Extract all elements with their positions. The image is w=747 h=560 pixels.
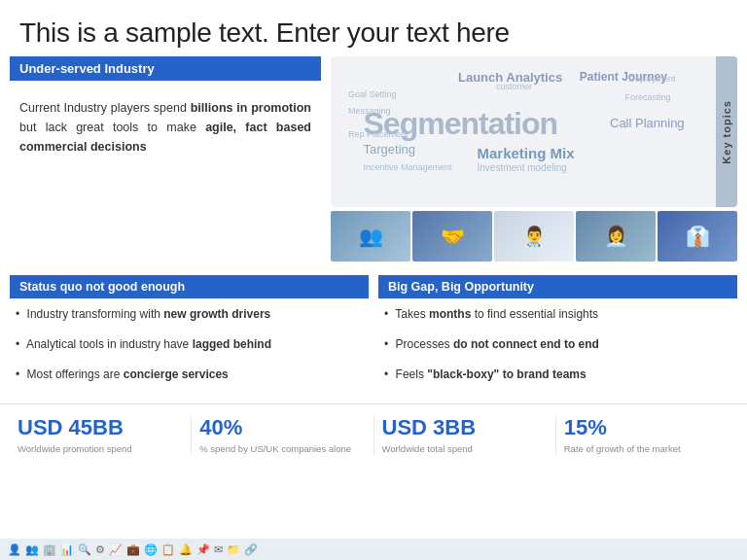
gap-dot-2: • bbox=[384, 337, 388, 351]
wc-incentive: Incentive Management bbox=[364, 162, 452, 172]
footer-icon-12: 📌 bbox=[196, 543, 210, 556]
gap-dot-3: • bbox=[384, 368, 388, 381]
stat-1-label: Worldwide promotion spend bbox=[18, 442, 183, 455]
photo-5: 👔 bbox=[658, 211, 737, 262]
footer-icon-14: 📁 bbox=[227, 543, 240, 556]
wc-messaging: Messaging bbox=[348, 106, 391, 116]
stat-2: 40% % spend by US/UK companies alone bbox=[192, 416, 374, 454]
status-quo-panel: Status quo not good enough • Industry tr… bbox=[10, 275, 369, 396]
footer-icon-1: 👤 bbox=[8, 543, 21, 556]
status-quo-header: Status quo not good enough bbox=[10, 275, 369, 298]
photo-people-4: 👩‍💼 bbox=[576, 211, 656, 262]
wc-targeting: Targeting bbox=[364, 142, 415, 157]
footer-icon-7: 📈 bbox=[109, 543, 123, 556]
footer-icon-6: ⚙ bbox=[95, 543, 105, 556]
footer-icon-10: 📋 bbox=[161, 543, 175, 556]
status-bullet-3: • Most offerings are concierge services bbox=[10, 367, 369, 383]
gap-bullet2-pre: Processes bbox=[396, 337, 453, 351]
footer-icon-5: 🔍 bbox=[78, 543, 91, 556]
sq-bullet3-bold: concierge services bbox=[124, 368, 229, 381]
status-bullet-1: • Industry transforming with new growth … bbox=[10, 306, 369, 323]
photo-people-1: 👥 bbox=[331, 211, 410, 262]
gap-bullet-2: • Processes do not connect end to end bbox=[378, 336, 737, 353]
wc-investment: Investment modeling bbox=[478, 162, 567, 173]
stat-1-value: USD 45BB bbox=[18, 416, 183, 439]
bullet-dot-3: • bbox=[16, 368, 19, 381]
wc-deployment: Deployment bbox=[629, 74, 676, 84]
key-topics-text: Key topics bbox=[721, 100, 732, 164]
sq-bullet1-bold: new growth drivers bbox=[163, 307, 270, 321]
footer-icon-2: 👥 bbox=[25, 543, 39, 556]
gap-bullet-3: • Feels "black-boxy" to brand teams bbox=[378, 367, 737, 383]
footer-icon-8: 💼 bbox=[126, 543, 140, 556]
gap-bullet-1: • Takes months to find essential insight… bbox=[378, 306, 737, 323]
bullet-dot-2: • bbox=[16, 337, 19, 351]
photo-people-3: 👨‍⚕️ bbox=[494, 211, 574, 262]
wc-forecasting: Forecasting bbox=[625, 92, 671, 102]
stats-bar: USD 45BB Worldwide promotion spend 40% %… bbox=[0, 403, 747, 454]
gap-bullet3-bold: "black-boxy" to brand teams bbox=[427, 368, 586, 381]
left-panel: Under-served Industry Current Industry p… bbox=[10, 56, 321, 262]
gap-bullet1-post: to find essential insights bbox=[471, 307, 598, 321]
sq-bullet1-pre: Industry transforming with bbox=[27, 307, 164, 321]
word-cloud: Segmentation Launch Analytics Patient Jo… bbox=[344, 66, 724, 197]
photo-2: 🤝 bbox=[412, 211, 492, 262]
industry-description: Current Industry players spend billions … bbox=[10, 90, 321, 164]
right-panel: Segmentation Launch Analytics Patient Jo… bbox=[331, 56, 737, 262]
photo-people-2: 🤝 bbox=[412, 211, 492, 262]
photo-3: 👨‍⚕️ bbox=[494, 211, 574, 262]
wc-marketing-mix: Marketing Mix bbox=[478, 145, 575, 161]
wc-customer: customer bbox=[496, 82, 532, 91]
gap-bullet2-bold: do not connect end to end bbox=[453, 337, 599, 351]
industry-text-bold1: billions in promotion bbox=[191, 101, 311, 115]
stat-1: USD 45BB Worldwide promotion spend bbox=[10, 416, 192, 454]
footer-icon-3: 🏢 bbox=[43, 543, 56, 556]
word-cloud-container: Segmentation Launch Analytics Patient Jo… bbox=[331, 56, 737, 207]
stat-2-value: 40% bbox=[199, 416, 365, 439]
wc-call-planning: Call Planning bbox=[610, 116, 685, 130]
sq-bullet2-pre: Analytical tools in industry have bbox=[26, 337, 193, 351]
photo-strip: 👥 🤝 👨‍⚕️ 👩‍💼 👔 bbox=[331, 211, 737, 262]
photo-4: 👩‍💼 bbox=[576, 211, 656, 262]
footer-bar: 👤 👥 🏢 📊 🔍 ⚙ 📈 💼 🌐 📋 🔔 📌 ✉ 📁 🔗 bbox=[0, 539, 747, 560]
footer-icon-13: ✉ bbox=[214, 543, 223, 556]
stat-3-label: Worldwide total spend bbox=[382, 442, 548, 455]
key-topics-label: Key topics bbox=[716, 56, 737, 207]
industry-text-mid: but lack great tools to make bbox=[19, 121, 205, 134]
big-gap-header: Big Gap, Big Opportunity bbox=[378, 275, 737, 298]
sq-bullet3-pre: Most offerings are bbox=[27, 368, 124, 381]
wc-rep-placement: Rep Placement bbox=[348, 129, 409, 139]
page-header: This is a sample text. Enter your text h… bbox=[0, 0, 747, 56]
footer-icon-9: 🌐 bbox=[144, 543, 158, 556]
stat-4-value: 15% bbox=[564, 416, 729, 439]
stat-4-label: Rate of growth of the market bbox=[564, 442, 729, 455]
stat-3-value: USD 3BB bbox=[382, 416, 548, 439]
stat-4: 15% Rate of growth of the market bbox=[556, 416, 737, 454]
status-bullet-2: • Analytical tools in industry have lagg… bbox=[10, 336, 369, 353]
stat-2-label: % spend by US/UK companies alone bbox=[199, 442, 365, 455]
sq-bullet2-bold: lagged behind bbox=[193, 337, 271, 351]
main-content: Under-served Industry Current Industry p… bbox=[0, 56, 747, 262]
gap-bullet1-pre: Takes bbox=[395, 307, 429, 321]
photo-1: 👥 bbox=[331, 211, 410, 262]
big-gap-panel: Big Gap, Big Opportunity • Takes months … bbox=[378, 275, 737, 396]
wc-goal-setting: Goal Setting bbox=[348, 89, 397, 99]
gap-dot-1: • bbox=[384, 307, 388, 321]
footer-icon-11: 🔔 bbox=[179, 543, 193, 556]
gap-bullet1-bold: months bbox=[429, 307, 471, 321]
industry-text-pre: Current Industry players spend bbox=[19, 101, 191, 115]
stat-3: USD 3BB Worldwide total spend bbox=[374, 416, 556, 454]
footer-icon-4: 📊 bbox=[60, 543, 74, 556]
bottom-panels: Status quo not good enough • Industry tr… bbox=[0, 267, 747, 396]
bullet-dot-1: • bbox=[16, 307, 19, 321]
gap-bullet3-pre: Feels bbox=[396, 368, 428, 381]
page-title: This is a sample text. Enter your text h… bbox=[19, 18, 728, 49]
photo-people-5: 👔 bbox=[658, 211, 737, 262]
footer-icon-15: 🔗 bbox=[244, 543, 258, 556]
underserved-header: Under-served Industry bbox=[10, 56, 321, 81]
